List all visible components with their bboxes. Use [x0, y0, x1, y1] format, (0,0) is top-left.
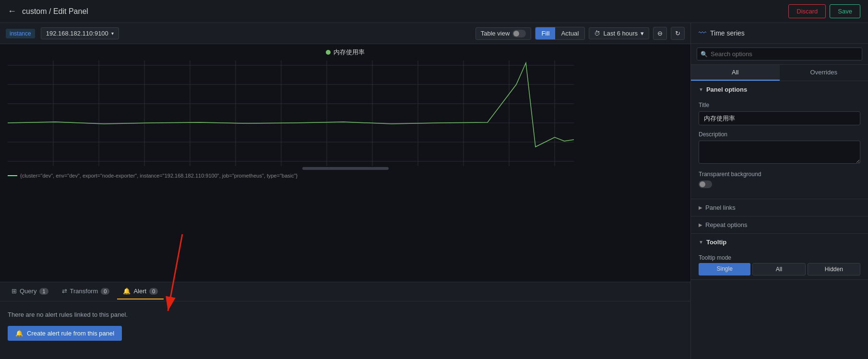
bell-icon: 🔔	[15, 330, 23, 337]
search-options-input[interactable]	[697, 48, 862, 60]
bell-tab-icon: 🔔	[123, 287, 131, 295]
chart-title: 内存使用率	[326, 48, 365, 57]
topbar-left: ← custom / Edit Panel	[8, 6, 88, 16]
tooltip-section: ▼ Tooltip Tooltip mode Single All Hidden	[691, 234, 868, 280]
query-bar: instance 192.168.182.110:9100 ▾ Table vi…	[0, 23, 690, 44]
tab-alert[interactable]: 🔔 Alert 0	[117, 284, 164, 299]
repeat-options-chevron: ▶	[699, 222, 702, 227]
time-series-icon: 〰	[699, 29, 706, 37]
actual-button[interactable]: Actual	[555, 27, 584, 39]
panel-options-chevron: ▼	[699, 87, 703, 92]
create-alert-label: Create alert rule from this panel	[27, 330, 114, 337]
right-panel-header: 〰 Time series	[691, 23, 868, 44]
query-controls: Table view Fill Actual ⏱ Last 6 hours ▾ …	[476, 27, 685, 40]
clock-icon: ⏱	[594, 30, 600, 37]
panel-links-row[interactable]: ▶ Panel links	[691, 199, 868, 216]
repeat-options-label: Repeat options	[705, 221, 747, 228]
title-input[interactable]	[699, 111, 860, 125]
tooltip-section-header[interactable]: ▼ Tooltip	[691, 234, 868, 251]
transparent-bg-row	[699, 180, 860, 188]
transform-icon: ⇄	[62, 287, 67, 295]
no-alert-text: There are no alert rules linked to this …	[8, 311, 683, 318]
tooltip-hidden-mode[interactable]: Hidden	[808, 263, 860, 275]
right-panel: 〰 Time series 🔍 All Overrides ▼ Panel op…	[690, 23, 868, 359]
transform-count-badge: 0	[101, 288, 109, 295]
refresh-button[interactable]: ↻	[671, 27, 685, 40]
chart-title-text: 内存使用率	[333, 48, 365, 57]
title-field-label: Title	[699, 102, 860, 108]
legend-line	[8, 175, 17, 176]
chevron-down-icon: ▾	[641, 30, 644, 37]
instance-badge: instance	[6, 29, 35, 38]
tooltip-chevron: ▼	[699, 239, 703, 245]
time-range-selector[interactable]: ⏱ Last 6 hours ▾	[589, 27, 649, 39]
query-count-badge: 1	[39, 288, 48, 295]
tooltip-content: Tooltip mode Single All Hidden	[691, 251, 868, 279]
chart-title-row: 内存使用率	[0, 44, 690, 60]
search-options-bar: 🔍	[691, 44, 868, 65]
search-wrapper: 🔍	[697, 48, 862, 60]
topbar: ← custom / Edit Panel Discard Save	[0, 0, 868, 23]
save-button[interactable]: Save	[830, 4, 860, 18]
database-icon: ⊞	[12, 287, 17, 295]
fill-button[interactable]: Fill	[535, 27, 555, 39]
options-tab-all[interactable]: All	[691, 65, 780, 81]
description-input[interactable]	[699, 141, 860, 164]
tab-query[interactable]: ⊞ Query 1	[6, 284, 54, 299]
chart-area: 内存使用率	[0, 44, 690, 282]
zoom-button[interactable]: ⊖	[653, 27, 667, 40]
panel-options-header[interactable]: ▼ Panel options	[691, 81, 868, 98]
chart-svg-container: 65 64 63 62 61 60 03:30 04:00 04:30 05:0…	[0, 60, 690, 166]
discard-button[interactable]: Discard	[788, 4, 826, 18]
description-field-label: Description	[699, 131, 860, 138]
options-tabs: All Overrides	[691, 65, 868, 81]
instance-dropdown[interactable]: 192.168.182.110:9100 ▾	[41, 27, 119, 39]
transparent-bg-toggle[interactable]	[699, 180, 712, 188]
tab-content-alert: There are no alert rules linked to this …	[0, 301, 690, 359]
table-view-group: Table view	[476, 27, 532, 40]
tooltip-single-mode[interactable]: Single	[699, 263, 750, 275]
tooltip-all-mode[interactable]: All	[752, 263, 805, 275]
query-tab-label: Query	[20, 287, 36, 295]
create-alert-button[interactable]: 🔔 Create alert rule from this panel	[8, 326, 122, 341]
transparent-bg-label: Transparent background	[699, 171, 860, 178]
alert-count-badge: 0	[149, 288, 158, 295]
chart-svg: 65 64 63 62 61 60 03:30 04:00 04:30 05:0…	[8, 60, 574, 166]
options-tab-overrides[interactable]: Overrides	[780, 65, 868, 81]
tooltip-title: Tooltip	[706, 239, 726, 246]
panel-options-section: ▼ Panel options Title Description Transp…	[691, 81, 868, 234]
transform-tab-label: Transform	[70, 287, 98, 295]
page-title: custom / Edit Panel	[22, 7, 88, 16]
panel-links-chevron: ▶	[699, 205, 702, 210]
table-view-toggle[interactable]	[512, 30, 526, 37]
tooltip-mode-label: Tooltip mode	[699, 254, 860, 261]
topbar-right: Discard Save	[788, 4, 860, 18]
bottom-tabs: ⊞ Query 1 ⇄ Transform 0 🔔 Alert 0 There …	[0, 282, 690, 359]
repeat-options-row[interactable]: ▶ Repeat options	[691, 216, 868, 233]
instance-value: 192.168.182.110:9100	[46, 30, 108, 37]
legend-text: {cluster="dev", env="dev", export="node-…	[20, 173, 297, 179]
panel-options-title: Panel options	[706, 86, 747, 93]
series-dot	[326, 50, 331, 55]
table-view-label: Table view	[481, 30, 510, 37]
alert-tab-label: Alert	[133, 287, 146, 295]
panel-links-label: Panel links	[705, 204, 736, 211]
search-icon: 🔍	[701, 51, 708, 58]
panel-options-content: Title Description Transparent background	[691, 98, 868, 199]
main-layout: instance 192.168.182.110:9100 ▾ Table vi…	[0, 23, 868, 359]
tab-transform[interactable]: ⇄ Transform 0	[56, 284, 116, 299]
chevron-down-icon: ▾	[111, 31, 114, 36]
back-button[interactable]: ←	[8, 6, 16, 16]
left-panel: instance 192.168.182.110:9100 ▾ Table vi…	[0, 23, 690, 359]
time-series-label: Time series	[710, 29, 745, 37]
chart-legend: {cluster="dev", env="dev", export="node-…	[0, 170, 690, 181]
fill-actual-group: Fill Actual	[535, 27, 585, 40]
tabs-bar: ⊞ Query 1 ⇄ Transform 0 🔔 Alert 0	[0, 282, 690, 301]
time-range-label: Last 6 hours	[603, 30, 638, 37]
